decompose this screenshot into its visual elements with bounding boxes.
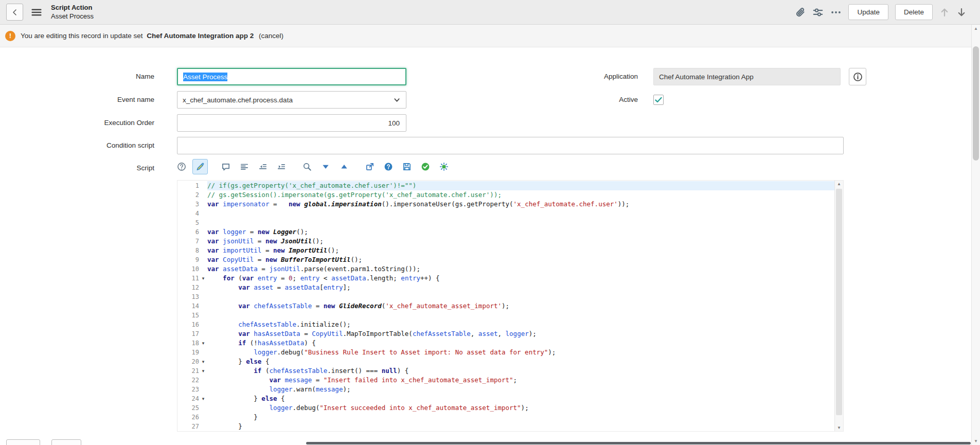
- fold-toggle-icon[interactable]: ▾: [199, 274, 207, 283]
- active-checkbox[interactable]: [653, 95, 664, 105]
- bottom-delete-button[interactable]: [51, 439, 81, 445]
- code-line[interactable]: 6var logger = new Logger();: [177, 227, 835, 237]
- script-label: Script: [0, 159, 154, 177]
- execution-order-input[interactable]: 100: [177, 114, 406, 132]
- code-line[interactable]: 24▾ } else {: [177, 394, 835, 403]
- name-input[interactable]: Asset Process: [177, 68, 406, 85]
- event-name-select[interactable]: x_chef_automate.chef.process.data: [177, 91, 406, 109]
- code-line[interactable]: 25 logger.debug("Insert succeeded into x…: [177, 403, 835, 413]
- line-number: 18: [177, 339, 199, 348]
- find-previous-button[interactable]: [336, 159, 352, 174]
- code-line[interactable]: 26 }: [177, 413, 835, 422]
- application-label: Application: [484, 68, 638, 85]
- fold-toggle-icon[interactable]: ▾: [199, 339, 207, 348]
- bottom-update-button[interactable]: [6, 439, 40, 445]
- personalize-form-button[interactable]: [812, 7, 824, 18]
- code-line[interactable]: 8var importUtil = new ImportUtil();: [177, 246, 835, 255]
- attachment-button[interactable]: [794, 7, 806, 18]
- code-text: }: [207, 413, 835, 422]
- update-button[interactable]: Update: [848, 4, 888, 20]
- editor-scrollbar[interactable]: ▲ ▼: [834, 181, 843, 431]
- syntax-highlight-icon: [195, 162, 205, 171]
- code-line[interactable]: 22 var message = "Insert failed into x_c…: [177, 376, 835, 385]
- format-code-button[interactable]: [237, 159, 252, 174]
- page-scrollbar-thumb[interactable]: [973, 46, 979, 161]
- code-text: chefAssetsTable.initialize();: [207, 320, 835, 329]
- code-line[interactable]: 11▾ for (var entry = 0; entry < assetDat…: [177, 274, 835, 283]
- code-line[interactable]: 1// if(gs.getProperty('x_chef_automate.c…: [177, 181, 835, 190]
- code-line[interactable]: 12 var asset = assetData[entry];: [177, 283, 835, 292]
- code-line[interactable]: 5: [177, 218, 835, 227]
- code-line[interactable]: 4: [177, 209, 835, 218]
- more-options-button[interactable]: [830, 7, 842, 18]
- horizontal-scrollbar-thumb[interactable]: [306, 442, 971, 444]
- page-scroll-up-icon[interactable]: ▲: [972, 26, 980, 31]
- event-name-value: x_chef_automate.chef.process.data: [183, 96, 293, 104]
- open-in-window-button[interactable]: [362, 159, 378, 174]
- cancel-link[interactable]: (cancel): [259, 32, 283, 40]
- active-label: Active: [484, 91, 638, 109]
- fold-toggle-icon[interactable]: ▾: [199, 357, 207, 366]
- update-set-name: Chef Automate Integration app 2: [147, 32, 254, 40]
- page-scrollbar[interactable]: ▲ ▼: [971, 25, 980, 445]
- back-button[interactable]: [6, 4, 23, 21]
- application-info-button[interactable]: [849, 68, 866, 85]
- code-line[interactable]: 19 logger.debug("Business Rule Insert to…: [177, 348, 835, 357]
- script-code-editor[interactable]: 1// if(gs.getProperty('x_chef_automate.c…: [177, 180, 844, 432]
- code-line[interactable]: 7var jsonUtil = new JsonUtil();: [177, 237, 835, 246]
- fold-toggle-icon[interactable]: ▾: [199, 394, 207, 403]
- code-line[interactable]: 18▾ if (!hasAssetData) {: [177, 339, 835, 348]
- line-number: 5: [177, 218, 199, 227]
- record-title-block: Script Action Asset Process: [51, 4, 94, 21]
- code-line[interactable]: 15: [177, 311, 835, 320]
- toggle-syntax-highlighting-button[interactable]: [192, 159, 208, 174]
- warning-icon: !: [5, 31, 15, 41]
- code-line[interactable]: 17 var hasAssetData = CopyUtil.MapToImpo…: [177, 329, 835, 339]
- chevron-down-icon: [393, 96, 401, 104]
- fold-toggle-icon[interactable]: ▾: [199, 366, 207, 376]
- next-record-button[interactable]: [956, 7, 967, 17]
- code-line[interactable]: 20▾ } else {: [177, 357, 835, 366]
- api-help-button[interactable]: [381, 159, 396, 174]
- code-line[interactable]: 16 chefAssetsTable.initialize();: [177, 320, 835, 329]
- fold-gutter: [199, 385, 207, 394]
- line-number: 24: [177, 394, 199, 403]
- code-line[interactable]: 2// gs.getSession().impersonate(gs.getPr…: [177, 190, 835, 200]
- code-line[interactable]: 27 }: [177, 422, 835, 431]
- indent-left-button[interactable]: [255, 159, 271, 174]
- editor-scroll-up-icon[interactable]: ▲: [835, 182, 843, 186]
- save-script-button[interactable]: [399, 159, 415, 174]
- editor-scroll-down-icon[interactable]: ▼: [835, 425, 843, 430]
- code-line[interactable]: 13: [177, 292, 835, 301]
- code-text: var impersonator = new global.impersinat…: [207, 200, 835, 209]
- page-scroll-down-icon[interactable]: ▼: [972, 439, 980, 443]
- find-next-button[interactable]: [318, 159, 333, 174]
- editor-scrollbar-thumb[interactable]: [836, 189, 842, 415]
- line-number: 16: [177, 320, 199, 329]
- code-line[interactable]: 21▾ if (chefAssetsTable.insert() === nul…: [177, 366, 835, 376]
- line-number: 9: [177, 255, 199, 264]
- code-text: var importUtil = new ImportUtil();: [207, 246, 835, 255]
- code-line[interactable]: 14 var chefAssetsTable = new GlideRecord…: [177, 301, 835, 311]
- info-icon: [853, 72, 863, 82]
- code-text: logger.debug("Insert succeeded into x_ch…: [207, 403, 835, 413]
- code-line[interactable]: 9var CopyUtil = new BufferToImportUtil()…: [177, 255, 835, 264]
- search-button[interactable]: [299, 159, 315, 174]
- code-line[interactable]: 10var assetData = jsonUtil.parse(event.p…: [177, 264, 835, 274]
- fold-gutter: [199, 255, 207, 264]
- delete-button[interactable]: Delete: [895, 4, 933, 20]
- script-debugger-button[interactable]: [436, 159, 452, 174]
- condition-script-input[interactable]: [177, 137, 844, 154]
- check-syntax-button[interactable]: [418, 159, 433, 174]
- code-area[interactable]: 1// if(gs.getProperty('x_chef_automate.c…: [177, 181, 835, 431]
- previous-record-button[interactable]: [939, 7, 950, 17]
- line-number: 23: [177, 385, 199, 394]
- editor-help-button[interactable]: [174, 159, 189, 174]
- indent-right-button[interactable]: [274, 159, 289, 174]
- code-line[interactable]: 3var impersonator = new global.impersina…: [177, 200, 835, 209]
- fold-gutter: [199, 348, 207, 357]
- toggle-comment-button[interactable]: [218, 159, 234, 174]
- code-text: [207, 218, 835, 227]
- context-menu-icon[interactable]: [30, 6, 43, 19]
- code-line[interactable]: 23 logger.warn(message);: [177, 385, 835, 394]
